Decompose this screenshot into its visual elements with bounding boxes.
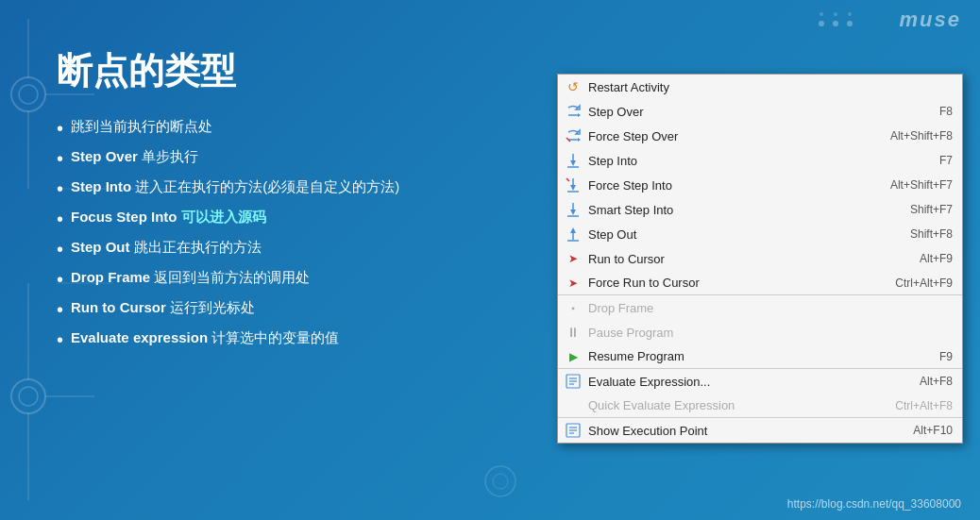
menu-label: Step Out <box>588 227 891 242</box>
bullet-dot: • <box>57 239 63 260</box>
bullet-text: Evaluate expression 计算选中的变量的值 <box>71 329 339 347</box>
menu-shortcut: Alt+F8 <box>920 375 953 388</box>
evaluate-icon <box>564 372 583 391</box>
bullet-text: Step Out 跳出正在执行的方法 <box>71 239 262 257</box>
step-over-icon <box>564 102 583 121</box>
force-step-into-icon <box>564 176 583 194</box>
list-item: • 跳到当前执行的断点处 <box>57 118 548 139</box>
menu-label: Show Execution Point <box>588 424 894 438</box>
menu-item-smart-step-into[interactable]: Smart Step Into Shift+F7 <box>558 197 962 222</box>
bullet-text: Step Into 进入正在执行的方法(必须是自定义的方法) <box>71 178 399 196</box>
menu-item-evaluate-expression[interactable]: Evaluate Expression... Alt+F8 <box>558 369 962 394</box>
menu-shortcut: Shift+F7 <box>910 203 953 216</box>
menu-item-pause-program: ⏸ Pause Program <box>558 320 962 344</box>
bullet-text: Drop Frame 返回到当前方法的调用处 <box>71 269 310 287</box>
menu-label: Pause Program <box>588 326 934 340</box>
menu-shortcut: Alt+F10 <box>913 424 953 437</box>
list-item: • Step Over 单步执行 <box>57 148 548 169</box>
menu-label: Step Into <box>588 154 921 168</box>
menu-shortcut: Ctrl+Alt+F8 <box>895 399 953 412</box>
svg-line-31 <box>566 178 569 181</box>
menu-label: Force Run to Cursor <box>588 276 876 290</box>
menu-item-resume-program[interactable]: ▶ Resume Program F9 <box>558 344 962 369</box>
svg-marker-21 <box>578 113 581 117</box>
svg-marker-23 <box>578 138 581 142</box>
svg-marker-33 <box>570 210 576 215</box>
step-out-icon <box>564 225 583 243</box>
restart-icon: ↺ <box>564 77 583 96</box>
menu-shortcut: Alt+Shift+F8 <box>890 129 953 143</box>
bullet-text: Step Over 单步执行 <box>71 148 198 166</box>
bullet-dot: • <box>57 148 63 169</box>
quick-evaluate-icon <box>564 396 583 415</box>
menu-item-restart[interactable]: ↺ Restart Activity <box>558 75 962 99</box>
menu-label: Evaluate Expression... <box>588 375 901 389</box>
menu-label: Run to Cursor <box>588 252 901 266</box>
list-item: • Focus Step Into 可以进入源码 <box>57 209 548 229</box>
list-item: • Evaluate expression 计算选中的变量的值 <box>57 329 548 350</box>
smart-step-into-icon <box>564 200 583 219</box>
list-item: • Drop Frame 返回到当前方法的调用处 <box>57 269 548 290</box>
menu-item-step-into[interactable]: Step Into F7 <box>558 148 962 173</box>
resume-icon: ▶ <box>564 347 583 366</box>
bullet-list: • 跳到当前执行的断点处 • Step Over 单步执行 • Step Int… <box>57 118 548 350</box>
svg-marker-29 <box>570 185 576 191</box>
url-bar: https://blog.csdn.net/qq_33608000 <box>787 497 961 511</box>
menu-label: Step Over <box>588 105 921 119</box>
menu-label: Force Step Over <box>588 129 871 143</box>
run-to-cursor-icon: ➤ <box>564 249 583 268</box>
show-execution-icon <box>564 421 583 440</box>
drop-frame-icon: ▪ <box>564 298 583 317</box>
step-into-icon <box>564 151 583 170</box>
bullet-text: Focus Step Into 可以进入源码 <box>71 209 266 226</box>
menu-shortcut: F9 <box>939 350 953 363</box>
svg-marker-36 <box>570 227 576 233</box>
bullet-text: 跳到当前执行的断点处 <box>71 118 212 136</box>
menu-item-drop-frame: ▪ Drop Frame <box>558 295 962 320</box>
menu-label: Resume Program <box>588 349 921 363</box>
menu-label: Smart Step Into <box>588 203 891 217</box>
list-item: • Run to Cursor 运行到光标处 <box>57 299 548 320</box>
menu-item-run-to-cursor[interactable]: ➤ Run to Cursor Alt+F9 <box>558 246 962 271</box>
force-run-to-cursor-icon: ➤ <box>564 274 583 293</box>
bullet-dot: • <box>57 269 63 290</box>
menu-label: Drop Frame <box>588 301 934 315</box>
menu-shortcut: Ctrl+Alt+F9 <box>895 277 953 290</box>
context-menu: ↺ Restart Activity Step Over F8 Force St… <box>557 74 963 444</box>
menu-item-quick-evaluate: Quick Evaluate Expression Ctrl+Alt+F8 <box>558 394 962 418</box>
list-item: • Step Out 跳出正在执行的方法 <box>57 239 548 260</box>
menu-shortcut: F7 <box>939 154 953 167</box>
slide-title: 断点的类型 <box>57 47 548 95</box>
bullet-text: Run to Cursor 运行到光标处 <box>71 299 255 317</box>
force-step-over-icon <box>564 126 583 145</box>
bullet-dot: • <box>57 329 63 350</box>
menu-item-step-out[interactable]: Step Out Shift+F8 <box>558 222 962 246</box>
menu-label: Restart Activity <box>588 80 934 94</box>
svg-marker-26 <box>570 160 576 166</box>
watermark: muse <box>900 8 961 32</box>
menu-shortcut: Alt+F9 <box>920 252 953 265</box>
menu-label: Quick Evaluate Expression <box>588 398 876 412</box>
left-panel: 断点的类型 • 跳到当前执行的断点处 • Step Over 单步执行 • St… <box>57 47 548 350</box>
bullet-dot: • <box>57 299 63 320</box>
menu-item-show-execution[interactable]: Show Execution Point Alt+F10 <box>558 418 962 443</box>
bullet-dot: • <box>57 118 63 139</box>
menu-shortcut: F8 <box>939 105 953 118</box>
bullet-dot: • <box>57 209 63 229</box>
menu-item-step-over[interactable]: Step Over F8 <box>558 99 962 124</box>
menu-label: Force Step Into <box>588 178 871 193</box>
menu-item-force-run-to-cursor[interactable]: ➤ Force Run to Cursor Ctrl+Alt+F9 <box>558 271 962 295</box>
menu-item-force-step-into[interactable]: Force Step Into Alt+Shift+F7 <box>558 173 962 197</box>
menu-shortcut: Shift+F8 <box>910 227 953 241</box>
pause-icon: ⏸ <box>564 323 583 342</box>
list-item: • Step Into 进入正在执行的方法(必须是自定义的方法) <box>57 178 548 199</box>
bullet-dot: • <box>57 178 63 199</box>
menu-item-force-step-over[interactable]: Force Step Over Alt+Shift+F8 <box>558 124 962 148</box>
menu-shortcut: Alt+Shift+F7 <box>890 178 953 192</box>
